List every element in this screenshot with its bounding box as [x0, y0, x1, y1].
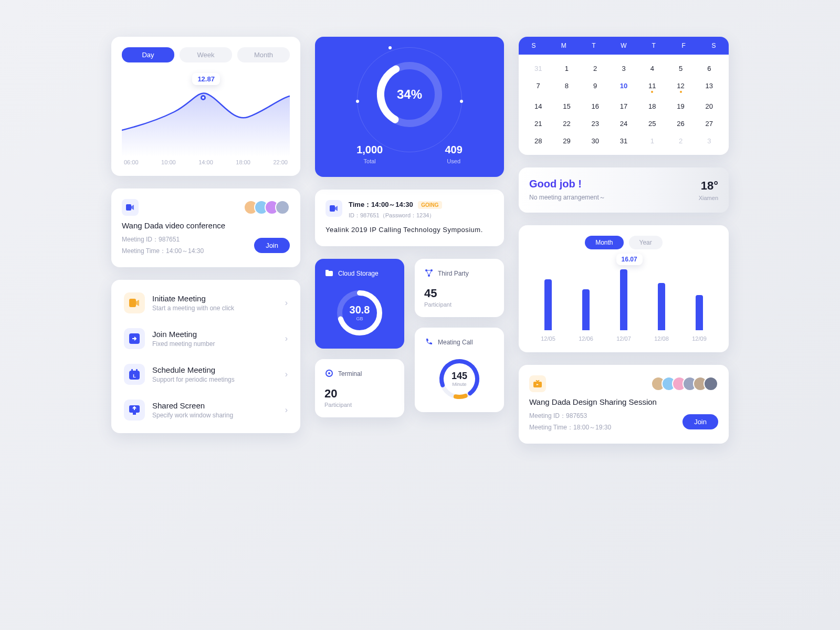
tv-icon: [529, 375, 546, 392]
folder-icon: [324, 268, 334, 279]
calendar-day[interactable]: 1: [638, 132, 666, 150]
stat-used: 409 Used: [445, 144, 462, 164]
call-value: 145: [452, 371, 467, 382]
meeting-card-2: Wang Dada Design Sharing Session Meeting…: [519, 365, 729, 444]
good-job-title: Good job !: [529, 178, 605, 190]
calendar-day[interactable]: 22: [552, 115, 581, 132]
join-button[interactable]: Join: [682, 414, 718, 429]
action-initiate-meeting[interactable]: Initiate MeetingStart a meeting with one…: [122, 285, 290, 321]
good-job-sub: No meeting arrangement～: [529, 193, 605, 202]
calendar-day[interactable]: 20: [695, 98, 723, 115]
bar-chart-card: MonthYear 16.07 12/0512/0612/0712/0812/0…: [519, 225, 729, 352]
bar-tab-month[interactable]: Month: [585, 236, 623, 249]
calendar-day[interactable]: 14: [524, 98, 552, 115]
calendar-day[interactable]: 28: [524, 132, 552, 150]
svg-rect-8: [133, 413, 136, 415]
phone-icon: [424, 337, 434, 348]
calendar-day[interactable]: 17: [610, 98, 638, 115]
range-tab-month[interactable]: Month: [237, 47, 290, 62]
calendar-day[interactable]: 16: [581, 98, 610, 115]
chevron-right-icon: ›: [285, 334, 288, 343]
calendar-day[interactable]: 21: [524, 115, 552, 132]
meeting-meta: Meeting ID：987653 Meeting Time：18:00～19:…: [529, 411, 611, 433]
svg-rect-4: [131, 369, 133, 372]
svg-point-17: [328, 372, 330, 374]
bar: [658, 283, 665, 330]
video-icon: [326, 200, 342, 217]
action-shared-screen[interactable]: Shared ScreenSpecify work window sharing…: [122, 392, 290, 428]
chevron-right-icon: ›: [285, 298, 288, 308]
range-tab-week[interactable]: Week: [180, 47, 232, 62]
avatar-stack: [248, 200, 290, 215]
calendar-day[interactable]: 31: [524, 60, 552, 77]
calendar-day[interactable]: 31: [610, 132, 638, 150]
calendar-day[interactable]: 13: [695, 77, 723, 98]
range-tab-day[interactable]: Day: [122, 47, 174, 62]
bar-range-tabs: MonthYear: [529, 236, 718, 249]
meeting-title: Wang Dada video conference: [122, 221, 290, 230]
chevron-right-icon: ›: [285, 405, 288, 415]
calendar-day[interactable]: 19: [666, 98, 695, 115]
avatar-stack: [655, 376, 718, 391]
join-button[interactable]: Join: [254, 238, 290, 253]
calendar-icon: L: [124, 364, 145, 385]
calendar-day[interactable]: 2: [666, 132, 695, 150]
usage-percent: 34%: [373, 58, 446, 131]
calendar-day[interactable]: 9: [581, 77, 610, 98]
calendar-day[interactable]: 12: [666, 77, 695, 98]
avatar: [275, 200, 290, 215]
calendar-day[interactable]: 7: [524, 77, 552, 98]
third-party-card: Third Party 45 Participant: [415, 259, 504, 317]
calendar-day[interactable]: 30: [581, 132, 610, 150]
calendar-day[interactable]: 25: [638, 115, 666, 132]
action-schedule-meeting[interactable]: LSchedule MeetingSupport for periodic me…: [122, 356, 290, 392]
calendar-day[interactable]: 5: [666, 60, 695, 77]
bar: [620, 269, 627, 330]
network-icon: [424, 268, 434, 279]
calendar-day[interactable]: 10: [610, 77, 638, 98]
calendar-day[interactable]: 29: [552, 132, 581, 150]
arrow-in-icon: [124, 328, 145, 349]
svg-rect-1: [129, 299, 136, 307]
calendar-day[interactable]: 15: [552, 98, 581, 115]
stat-total: 1,000 Total: [356, 144, 383, 164]
bar-x-axis: 12/0512/0612/0712/0812/09: [529, 335, 718, 342]
calendar-day[interactable]: 18: [638, 98, 666, 115]
calendar-day[interactable]: 11: [638, 77, 666, 98]
action-join-meeting[interactable]: Join MeetingFixed meeting number›: [122, 321, 290, 356]
meeting-card-1: Wang Dada video conference Meeting ID：98…: [111, 188, 300, 267]
chevron-right-icon: ›: [285, 370, 288, 379]
event-time: Time：14:00～14:30 GOING: [349, 200, 442, 209]
event-id: ID：987651（Password：1234）: [349, 212, 442, 219]
svg-text:L: L: [133, 373, 136, 379]
range-tabs: DayWeekMonth: [122, 47, 290, 62]
third-party-value: 45: [424, 287, 495, 300]
call-card: Meating Call 145 Minute: [415, 328, 504, 412]
calendar-day[interactable]: 1: [552, 60, 581, 77]
storage-value: 30.8: [350, 304, 370, 316]
calendar-day[interactable]: 27: [695, 115, 723, 132]
bar: [582, 289, 590, 330]
bar: [544, 279, 552, 331]
calendar-day[interactable]: 24: [610, 115, 638, 132]
terminal-icon: [324, 369, 334, 380]
line-chart-card: DayWeekMonth 12.87 06:0010:0014:0018:002…: [111, 37, 300, 176]
calendar-card: SMTWTFS 31123456789101112131415161718192…: [519, 37, 729, 155]
usage-card: 34% 1,000 Total 409 Used: [315, 37, 504, 177]
bar-tab-year[interactable]: Year: [629, 236, 663, 249]
calendar-day[interactable]: 2: [581, 60, 610, 77]
video-icon: [124, 292, 145, 313]
calendar-day[interactable]: 3: [610, 60, 638, 77]
bar-chart: 16.07: [529, 257, 718, 330]
meeting-meta: Meeting ID：987651 Meeting Time：14:00～14:…: [122, 234, 204, 257]
calendar-day[interactable]: 26: [666, 115, 695, 132]
calendar-day[interactable]: 6: [695, 60, 723, 77]
calendar-day[interactable]: 4: [638, 60, 666, 77]
calendar-day[interactable]: 8: [552, 77, 581, 98]
actions-card: Initiate MeetingStart a meeting with one…: [111, 280, 300, 433]
terminal-card: Terminal 20 Participant: [315, 359, 404, 417]
calendar-day[interactable]: 23: [581, 115, 610, 132]
storage-card: Cloud Storage 30.8GB: [315, 259, 404, 349]
calendar-day[interactable]: 3: [695, 132, 723, 150]
svg-rect-0: [126, 204, 131, 211]
